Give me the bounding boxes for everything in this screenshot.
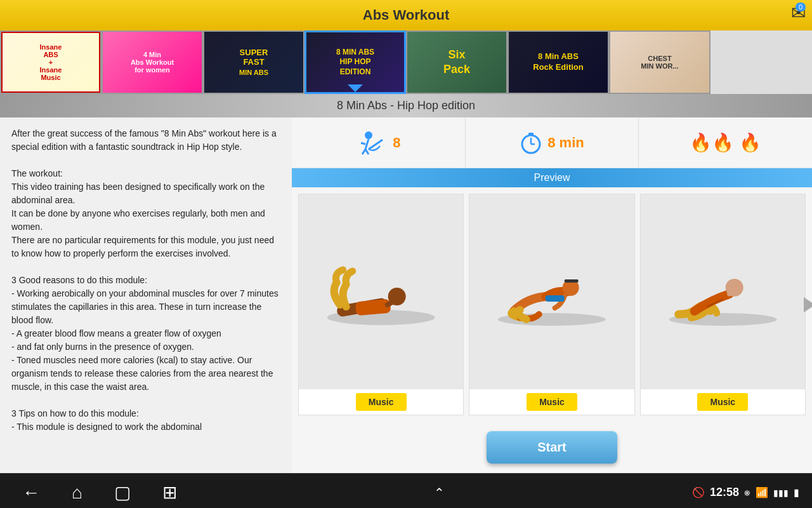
- right-panel: 8 8 min 🔥🔥 🔥 Preview: [292, 117, 812, 473]
- stats-row: 8 8 min 🔥🔥 🔥: [292, 117, 812, 168]
- timer-icon: [520, 130, 542, 156]
- carousel-item-3[interactable]: SUPERFASTMIN ABS: [203, 30, 304, 94]
- preview-image-1: [299, 194, 463, 389]
- carousel-label-5: SixPack: [443, 48, 470, 77]
- top-bar: Abs Workout ✉ 0: [0, 0, 812, 30]
- svg-rect-15: [565, 279, 579, 283]
- exercise-figure-1: [299, 251, 463, 333]
- workout-tips: 3 Tips on how to do this module: - This …: [11, 407, 280, 434]
- carousel-item-bg-6: 8 Min ABSRock Edition: [509, 32, 608, 93]
- music-button-3[interactable]: Music: [697, 393, 748, 411]
- carousel-item-5[interactable]: SixPack: [406, 30, 508, 94]
- preview-section: Preview: [292, 168, 812, 422]
- carousel-item-bg-1: InsaneABS+InsaneMusic: [1, 32, 100, 93]
- exercise-icon: [356, 130, 388, 156]
- main-content: After the great success of the famous "8…: [0, 117, 812, 473]
- svg-line-1: [365, 139, 369, 149]
- preview-label: Preview: [292, 168, 812, 187]
- preview-card-3: Music: [640, 194, 806, 415]
- notification-badge: 0: [796, 3, 806, 11]
- music-button-1[interactable]: Music: [356, 393, 407, 411]
- preview-image-2: [469, 194, 634, 389]
- wifi-icon: 📶: [756, 486, 768, 498]
- carousel-item-2[interactable]: 4 MinAbs Workoutfor women: [102, 30, 203, 94]
- exercise-figure-3: [641, 251, 805, 333]
- carousel-item-bg-3: SUPERFASTMIN ABS: [204, 32, 303, 93]
- bottom-nav: ← ⌂ ▢ ⊞ ⌃ 🚫 12:58 ⎈ 📶 ▮▮▮ ▮: [0, 473, 812, 508]
- preview-images: Music: [292, 187, 812, 422]
- preview-next-arrow[interactable]: [804, 297, 812, 312]
- app-title: Abs Workout: [363, 7, 449, 23]
- carousel-item-bg-2: 4 MinAbs Workoutfor women: [103, 32, 202, 93]
- carousel-label-7: CHESTMIN WOR...: [641, 55, 678, 70]
- signal-icon: ▮▮▮: [773, 488, 789, 498]
- carousel-label-4: 8 MIN ABSHIP HOPEDITION: [336, 48, 374, 77]
- preview-image-3: [641, 194, 805, 389]
- svg-line-4: [365, 149, 369, 154]
- workout-description: After the great success of the famous "8…: [11, 127, 280, 154]
- notification-area[interactable]: ✉ 0: [791, 3, 806, 23]
- svg-line-2: [361, 143, 365, 144]
- left-panel: After the great success of the famous "8…: [0, 117, 292, 473]
- exercise-figure-2: [469, 251, 634, 333]
- section-title-text: 8 Min Abs - Hip Hop edition: [337, 99, 475, 112]
- intensity-stat: 🔥🔥 🔥: [639, 117, 812, 168]
- carousel-item-bg-5: SixPack: [407, 32, 506, 93]
- start-button-container: Start: [292, 422, 812, 473]
- carousel-item-7[interactable]: CHESTMIN WOR...: [609, 30, 710, 94]
- svg-rect-8: [528, 133, 534, 135]
- workout-reasons: 3 Good reasons to do this module: - Work…: [11, 274, 280, 394]
- bluetooth-icon: ⎈: [744, 487, 750, 498]
- preview-card-1: Music: [298, 194, 464, 415]
- preview-label-text: Preview: [534, 172, 570, 183]
- carousel-item-1[interactable]: InsaneABS+InsaneMusic: [0, 30, 102, 94]
- back-button[interactable]: ←: [13, 479, 49, 506]
- exercises-count: 8: [393, 135, 400, 151]
- music-button-2[interactable]: Music: [527, 393, 577, 411]
- workout-carousel: InsaneABS+InsaneMusic 4 MinAbs Workoutfo…: [0, 30, 812, 94]
- carousel-active-arrow: [348, 84, 363, 92]
- home-button[interactable]: ⌂: [62, 479, 92, 506]
- carousel-label-6: 8 Min ABSRock Edition: [533, 51, 583, 73]
- preview-card-2: Music: [469, 194, 634, 415]
- status-bar: 🚫 12:58 ⎈ 📶 ▮▮▮ ▮: [692, 486, 799, 499]
- intensity-flames: 🔥🔥: [690, 132, 734, 153]
- intensity-flame-empty: 🔥: [739, 132, 761, 153]
- start-button[interactable]: Start: [487, 431, 617, 464]
- workout-section-workout: The workout: This video training has bee…: [11, 167, 280, 260]
- nav-group-left: ← ⌂ ▢ ⊞: [13, 479, 187, 506]
- duration-value: 8 min: [547, 135, 584, 151]
- carousel-item-6[interactable]: 8 Min ABSRock Edition: [508, 30, 609, 94]
- svg-rect-16: [546, 295, 565, 302]
- duration-stat: 8 min: [466, 117, 639, 168]
- carousel-label-3: SUPERFASTMIN ABS: [239, 48, 268, 77]
- up-button[interactable]: ⌃: [424, 482, 454, 504]
- recents-button[interactable]: ▢: [105, 479, 140, 506]
- grid-button[interactable]: ⊞: [153, 479, 187, 506]
- exercises-stat: 8: [292, 117, 466, 168]
- battery-icon: ▮: [794, 486, 799, 498]
- no-sim-icon: 🚫: [692, 486, 705, 498]
- section-title: 8 Min Abs - Hip Hop edition: [0, 94, 812, 117]
- carousel-item-4[interactable]: 8 MIN ABSHIP HOPEDITION: [304, 30, 406, 94]
- carousel-item-bg-7: CHESTMIN WOR...: [610, 32, 709, 93]
- time-display: 12:58: [710, 486, 739, 499]
- carousel-label-1: InsaneABS+InsaneMusic: [40, 43, 62, 81]
- svg-point-0: [365, 131, 372, 139]
- carousel-label-2: 4 MinAbs Workoutfor women: [131, 51, 174, 74]
- carousel-item-bg-4: 8 MIN ABSHIP HOPEDITION: [306, 32, 404, 92]
